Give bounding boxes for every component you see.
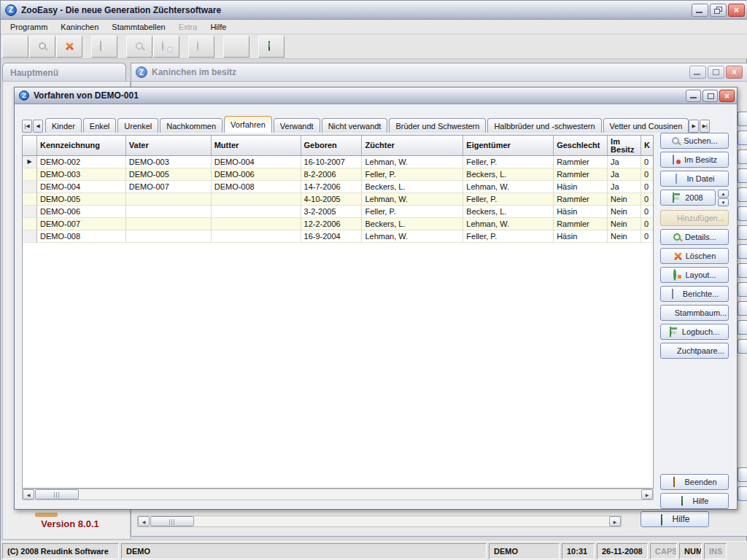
reports-icon bbox=[672, 289, 673, 299]
table-row[interactable]: DEMO-007 12-2-2006 Beckers, L. Lehman, W… bbox=[23, 218, 653, 230]
toolbar-delete-button[interactable] bbox=[56, 36, 82, 58]
toolbar-pedigree-button[interactable] bbox=[223, 36, 249, 58]
partial-button bbox=[738, 149, 747, 164]
hilfe-button[interactable]: Hilfe bbox=[660, 493, 729, 509]
partial-button bbox=[738, 225, 747, 240]
tab-nicht-verwandt[interactable]: Nicht verwandt bbox=[322, 118, 388, 133]
vorfahren-window-title: Vorfahren von DEMO-001 bbox=[34, 90, 139, 101]
partial-button bbox=[738, 187, 747, 202]
layout-icon bbox=[673, 269, 676, 281]
column-header[interactable]: Geschlecht bbox=[554, 136, 608, 155]
restore-button[interactable] bbox=[710, 4, 727, 17]
tab-scroll-last-button[interactable]: ▶| bbox=[700, 120, 710, 133]
layout-button[interactable]: Layout... bbox=[660, 267, 729, 283]
exit-icon bbox=[673, 477, 675, 487]
table-row[interactable]: ▶ DEMO-002 DEMO-003 DEMO-004 16-10-2007 … bbox=[23, 156, 653, 168]
scroll-thumb[interactable] bbox=[35, 489, 79, 499]
application-window: Z ZooEasy - Die neue Generation Züchters… bbox=[0, 0, 747, 560]
details-button[interactable]: Details... bbox=[660, 229, 729, 245]
help-icon bbox=[681, 496, 683, 506]
tab-verwandt[interactable]: Verwandt bbox=[274, 118, 320, 133]
logbook-icon bbox=[670, 327, 671, 337]
toolbar-search-records-button[interactable] bbox=[153, 36, 179, 58]
column-header[interactable]: Kennzeichnung bbox=[37, 136, 126, 155]
menu-stammtabellen[interactable]: Stammtabellen bbox=[105, 21, 171, 33]
tab-halbbrueder[interactable]: Halbbrüder und -schwestern bbox=[487, 118, 601, 133]
maximize-button[interactable] bbox=[708, 66, 724, 79]
scroll-left-button[interactable]: ◀ bbox=[138, 516, 150, 526]
column-header[interactable]: Mutter bbox=[212, 136, 301, 155]
tab-nachkommen[interactable]: Nachkommen bbox=[160, 118, 222, 133]
table-row[interactable]: DEMO-003 DEMO-005 DEMO-006 8-2-2006 Fell… bbox=[23, 168, 653, 181]
status-bar: (C) 2008 Reudink Software DEMO DEMO 10:3… bbox=[1, 541, 747, 560]
partial-button bbox=[738, 263, 747, 278]
table-row[interactable]: DEMO-008 16-9-2004 Lehman, W. Feller, P.… bbox=[23, 230, 653, 243]
close-button[interactable]: × bbox=[726, 66, 743, 79]
vorfahren-titlebar[interactable]: Z Vorfahren von DEMO-001 × bbox=[15, 88, 737, 104]
column-header[interactable]: K bbox=[641, 136, 653, 155]
spinner-up-button[interactable]: ▲ bbox=[718, 190, 729, 198]
column-header[interactable]: Im Besitz bbox=[608, 136, 641, 155]
minimize-button[interactable] bbox=[689, 66, 706, 79]
date-status: 26-11-2008 bbox=[597, 543, 648, 559]
beenden-button[interactable]: Beenden bbox=[660, 474, 729, 490]
caps-lock-indicator: CAPS bbox=[650, 543, 677, 559]
hilfe-button[interactable]: Hilfe bbox=[640, 511, 709, 527]
version-label: Version 8.0.1 bbox=[15, 518, 125, 529]
im-besitz-button[interactable]: Im Besitz bbox=[660, 152, 729, 168]
menu-programm[interactable]: Programm bbox=[4, 21, 54, 33]
toolbar-add-button[interactable] bbox=[2, 36, 28, 58]
spinner-down-button[interactable]: ▼ bbox=[718, 198, 729, 206]
close-button[interactable]: × bbox=[728, 4, 745, 17]
column-header[interactable]: Vater bbox=[126, 136, 212, 155]
tab-scroll-next-button[interactable]: ▶ bbox=[689, 120, 699, 133]
menu-kaninchen[interactable]: Kaninchen bbox=[54, 21, 105, 33]
toolbar-reports-button[interactable] bbox=[188, 36, 214, 58]
tab-brueder-und-schwestern[interactable]: Brüder und Schwestern bbox=[389, 118, 486, 133]
minimize-button[interactable] bbox=[692, 4, 708, 17]
kaninchen-titlebar[interactable]: Z Kaninchen im besitz × bbox=[131, 63, 747, 82]
column-header[interactable]: Geboren bbox=[301, 136, 363, 155]
scroll-right-button[interactable]: ▶ bbox=[609, 516, 621, 526]
zuchtpaare-button[interactable]: Zuchtpaare... bbox=[660, 343, 729, 359]
num-lock-indicator: NUM bbox=[679, 543, 702, 559]
stammbaum-button[interactable]: Stammbaum... bbox=[660, 305, 729, 321]
scroll-left-button[interactable]: ◀ bbox=[23, 489, 34, 499]
table-row[interactable]: DEMO-006 3-2-2005 Feller, P. Beckers, L.… bbox=[23, 206, 653, 218]
menu-hilfe[interactable]: Hilfe bbox=[204, 21, 233, 33]
loeschen-button[interactable]: Löschen bbox=[660, 248, 729, 264]
table-header-row: Kennzeichnung Vater Mutter Geboren Zücht… bbox=[23, 136, 653, 156]
hauptmenu-tab[interactable]: Hauptmenü bbox=[2, 63, 126, 82]
tab-vorfahren[interactable]: Vorfahren bbox=[224, 116, 272, 133]
toolbar-edit-button[interactable] bbox=[29, 36, 55, 58]
clock-status: 10:31 bbox=[562, 543, 595, 559]
tab-scroll-prev-button[interactable]: ◀ bbox=[33, 120, 43, 133]
horizontal-scrollbar[interactable]: ◀ ▶ bbox=[22, 489, 654, 500]
table-row[interactable]: DEMO-004 DEMO-007 DEMO-008 14-7-2006 Bec… bbox=[23, 181, 653, 193]
tab-urenkel[interactable]: Urenkel bbox=[117, 118, 158, 133]
horizontal-scrollbar[interactable]: ◀ ▶ bbox=[137, 516, 622, 527]
hinzufuegen-button: Hinzufügen... bbox=[660, 210, 729, 226]
column-header[interactable]: Züchter bbox=[362, 136, 463, 155]
toolbar-search-button[interactable] bbox=[126, 36, 152, 58]
scroll-right-button[interactable]: ▶ bbox=[641, 489, 653, 499]
tab-vetter-und-cousinen[interactable]: Vetter und Cousinen bbox=[603, 118, 689, 133]
logbuch-button[interactable]: Logbuch... bbox=[660, 324, 729, 340]
table-row[interactable]: DEMO-005 4-10-2005 Lehman, W. Feller, P.… bbox=[23, 193, 653, 206]
user-status: DEMO bbox=[489, 543, 560, 559]
scroll-thumb[interactable] bbox=[150, 516, 194, 526]
in-datei-button[interactable]: In Datei bbox=[660, 171, 729, 187]
suchen-button[interactable]: Suchen... bbox=[660, 133, 729, 149]
tab-enkel[interactable]: Enkel bbox=[83, 118, 117, 133]
toolbar-help-button[interactable] bbox=[258, 36, 285, 58]
year-filter-button[interactable]: 2008 bbox=[660, 190, 716, 206]
minimize-button[interactable] bbox=[686, 90, 701, 102]
tab-kinder[interactable]: Kinder bbox=[45, 118, 82, 133]
maximize-button[interactable] bbox=[703, 90, 718, 102]
close-button[interactable]: × bbox=[719, 90, 735, 102]
berichte-button[interactable]: Berichte... bbox=[660, 286, 729, 302]
zooeasy-logo-icon: Z bbox=[19, 90, 29, 101]
tab-scroll-first-button[interactable]: |◀ bbox=[22, 120, 32, 133]
column-header[interactable]: Eigentümer bbox=[463, 136, 554, 155]
toolbar-save-button[interactable] bbox=[91, 36, 117, 58]
